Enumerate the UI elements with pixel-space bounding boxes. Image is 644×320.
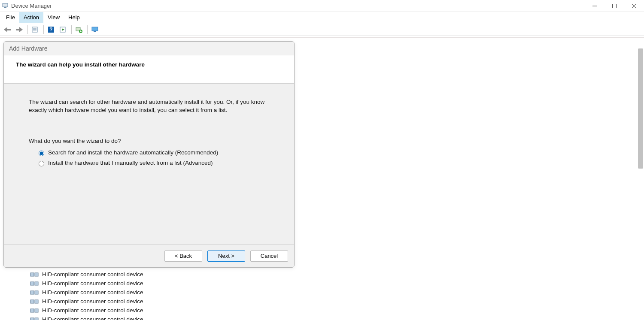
tree-item-label: HID-compliant consumer control device [42,289,143,296]
dialog-body: The wizard can search for other hardware… [4,84,294,244]
svg-rect-26 [30,291,34,294]
dialog-footer: < Back Next > Cancel [4,244,294,267]
menu-help[interactable]: Help [64,12,84,23]
option-manual-select-label: Install the hardware that I manually sel… [48,160,213,166]
tree-item-label: HID-compliant consumer control device [42,307,143,314]
dialog-question: What do you want the wizard to do? [29,138,273,144]
back-button[interactable]: < Back [164,251,202,262]
titlebar: Device Manager [0,0,644,12]
dialog-titlebar[interactable]: Add Hardware [4,42,294,55]
dialog-heading: The wizard can help you install other ha… [16,61,285,68]
tree-item-label: HID-compliant consumer control device [42,271,143,278]
svg-rect-27 [35,291,38,294]
toolbar-separator [71,25,72,34]
svg-text:?: ? [49,27,52,33]
dialog-header: The wizard can help you install other ha… [4,55,294,84]
svg-marker-7 [16,27,23,32]
window-title: Device Manager [11,3,52,9]
properties-icon[interactable] [30,24,41,35]
tree-item[interactable]: HID-compliant consumer control device [30,306,636,315]
window-controls [585,0,644,12]
svg-rect-20 [92,27,98,31]
scan-icon[interactable] [58,24,69,35]
svg-rect-32 [30,318,34,320]
hid-device-icon [30,272,39,278]
help-icon[interactable]: ? [46,24,57,35]
svg-rect-0 [3,3,8,7]
tree-item-label: HID-compliant consumer control device [42,280,143,287]
tree-item[interactable]: HID-compliant consumer control device [30,270,636,279]
svg-rect-29 [35,300,38,303]
hid-device-icon [30,317,39,320]
svg-rect-21 [94,31,96,32]
option-manual-select[interactable]: Install the hardware that I manually sel… [36,160,273,166]
svg-rect-1 [4,7,6,8]
option-auto-search-label: Search for and install the hardware auto… [48,149,218,156]
option-auto-search[interactable]: Search for and install the hardware auto… [36,149,273,156]
option-manual-select-radio[interactable] [39,161,44,166]
svg-rect-24 [30,282,34,285]
svg-rect-31 [35,309,38,312]
svg-rect-3 [613,4,617,8]
close-button[interactable] [624,0,644,12]
tree-item[interactable]: HID-compliant consumer control device [30,288,636,297]
svg-rect-33 [35,318,38,320]
vertical-scrollbar[interactable] [638,48,643,169]
toolbar-separator [87,25,88,34]
next-button[interactable]: Next > [207,251,245,262]
add-hardware-dialog: Add Hardware The wizard can help you ins… [3,41,295,268]
hid-device-icon [30,281,39,287]
cancel-button[interactable]: Cancel [250,251,288,262]
tree-item-label: HID-compliant consumer control device [42,298,143,305]
dialog-title: Add Hardware [9,45,48,52]
back-arrow-icon[interactable] [2,24,13,35]
minimize-button[interactable] [585,0,605,12]
maximize-button[interactable] [605,0,624,12]
hid-device-icon [30,299,39,305]
tree-item[interactable]: HID-compliant consumer control device [30,279,636,288]
toolbar: ? [0,23,644,36]
forward-arrow-icon[interactable] [14,24,25,35]
toolbar-separator [43,25,44,34]
toolbar-separator [27,25,28,34]
menubar: File Action View Help [0,12,644,23]
app-icon [2,3,9,9]
dialog-intro-text: The wizard can search for other hardware… [29,98,269,115]
tree-item[interactable]: HID-compliant consumer control device [30,315,636,320]
monitor-icon[interactable] [89,24,100,35]
option-auto-search-radio[interactable] [39,151,44,156]
menu-view[interactable]: View [43,12,64,23]
hid-device-icon [30,308,39,314]
menu-file[interactable]: File [2,12,19,23]
wizard-option-group: Search for and install the hardware auto… [29,149,273,166]
tree-item[interactable]: HID-compliant consumer control device [30,297,636,306]
tree-item-label: HID-compliant consumer control device [42,316,143,320]
svg-rect-30 [30,309,34,312]
svg-rect-28 [30,300,34,303]
svg-rect-25 [35,282,38,285]
hid-device-icon [30,290,39,296]
svg-rect-23 [35,273,38,276]
menu-action[interactable]: Action [19,12,43,23]
svg-marker-6 [4,27,11,32]
svg-rect-22 [30,273,34,276]
add-device-icon[interactable] [73,24,85,35]
